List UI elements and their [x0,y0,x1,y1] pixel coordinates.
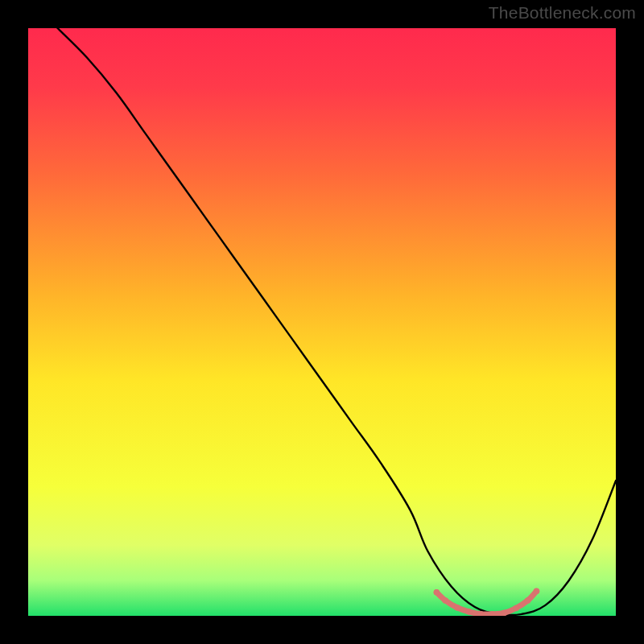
svg-point-3 [454,605,460,611]
chart-plot-area [28,28,616,616]
svg-point-2 [442,597,448,604]
chart-svg [28,28,616,616]
svg-point-9 [525,597,531,604]
svg-point-1 [434,589,440,596]
svg-point-4 [466,609,473,615]
watermark-text: TheBottleneck.com [489,3,636,23]
svg-point-7 [501,610,507,617]
svg-point-8 [513,605,519,612]
chart-frame: TheBottleneck.com [0,0,644,644]
svg-point-10 [534,588,540,594]
svg-rect-0 [28,28,616,616]
